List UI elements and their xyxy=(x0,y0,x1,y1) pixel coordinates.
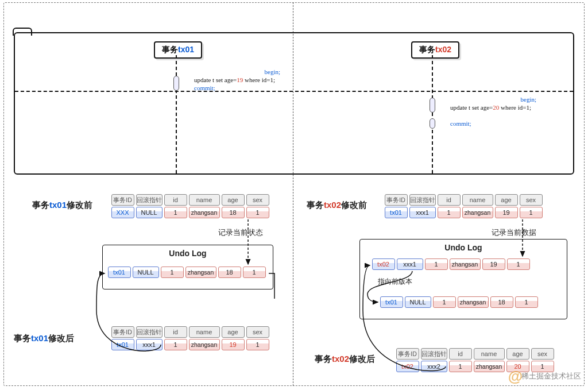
tx02-label-prefix: 事务 xyxy=(419,45,435,54)
tx02-arrow-note: 记录当前数据 xyxy=(492,227,536,238)
tx02-label: 事务tx02 xyxy=(411,41,459,59)
tx01-undo-title: Undo Log xyxy=(103,249,273,258)
lifeline-tx02 xyxy=(432,55,433,173)
tx02-code: begin; update t set age=20 where id=1; c… xyxy=(450,95,554,128)
tx01-label: 事务tx01 xyxy=(154,41,202,59)
tx02-before-title: 事务tx02修改前 xyxy=(307,200,367,211)
tx01-code: begin; update t set age=19 where id=1; c… xyxy=(194,68,297,92)
tx01-label-prefix: 事务 xyxy=(162,45,178,54)
tx02-before-row: tx01 xxx1 1 zhangsan 19 1 xyxy=(384,207,543,218)
tx02-upd-val: 20 xyxy=(493,104,499,111)
tx02-ptr-note: 指向前版本 xyxy=(378,277,412,287)
tx01-commit: commit; xyxy=(194,84,215,91)
tx01-undo-row: tx01 NULL 1 zhangsan 18 1 xyxy=(107,267,266,278)
watermark: @稀土掘金技术社区 xyxy=(508,368,581,385)
tx02-upd-pre: update t set age= xyxy=(450,104,493,111)
tx01-before-headers: 事务ID 回滚指针 id name age sex xyxy=(110,194,270,206)
tx01-label-id: tx01 xyxy=(178,45,194,54)
tx01-upd-val: 19 xyxy=(237,76,243,83)
tx01-upd-post: where id=1; xyxy=(243,76,275,83)
tx02-commit: commit; xyxy=(450,120,471,127)
activation-tx02-1 xyxy=(430,98,435,113)
watermark-text: 稀土掘金技术社区 xyxy=(521,372,581,380)
tx01-after-headers: 事务ID 回滚指针 id name age sex xyxy=(110,326,270,338)
tx02-begin: begin; xyxy=(521,96,537,103)
tx02-undo-title: Undo Log xyxy=(360,243,567,252)
tx02-after-title: 事务tx02修改后 xyxy=(315,354,375,365)
tx02-before-headers: 事务ID 回滚指针 id name age sex xyxy=(384,194,543,206)
tx01-arrow-note: 记录当前状态 xyxy=(218,227,263,238)
tx01-begin: begin; xyxy=(265,68,281,75)
tx02-undo-row1: tx02 xxx1 1 zhangsan 19 1 xyxy=(371,258,531,270)
tx02-label-id: tx02 xyxy=(435,45,451,54)
tx02-after-headers: 事务ID 回滚指针 id name age sex xyxy=(395,348,555,360)
activation-tx01 xyxy=(173,76,179,91)
activation-tx02-2 xyxy=(430,118,435,129)
tx01-before-title: 事务tx01修改前 xyxy=(32,200,92,211)
lifeline-tx01 xyxy=(176,55,177,173)
tx02-undo-row2: tx01 NULL 1 zhangsan 18 1 xyxy=(379,296,539,308)
at-icon: @ xyxy=(508,368,523,385)
tx01-before-row: XXX NULL 1 zhangsan 18 1 xyxy=(110,207,270,218)
tx01-upd-pre: update t set age= xyxy=(194,76,237,83)
tx01-after-row: tx01 xxx1 1 zhangsan 19 1 xyxy=(110,339,270,350)
tx02-upd-post: where id=1; xyxy=(499,104,531,111)
tx01-after-title: 事务tx01修改后 xyxy=(14,333,74,344)
